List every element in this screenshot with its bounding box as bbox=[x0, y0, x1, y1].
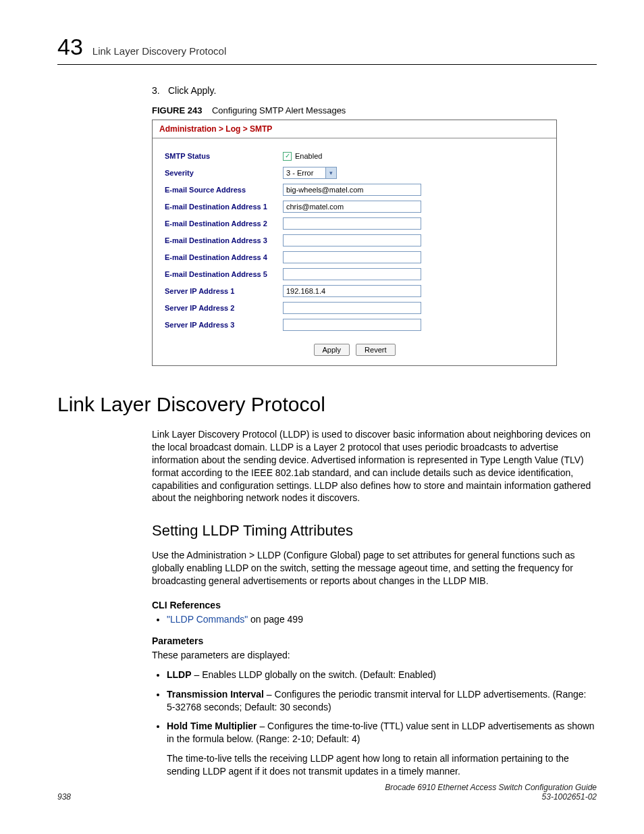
cli-reference-link[interactable]: "LLDP Commands" bbox=[167, 614, 248, 625]
breadcrumb: Administration > Log > SMTP bbox=[153, 120, 556, 138]
step-item: 3. Click Apply. bbox=[152, 85, 597, 96]
source-address-input[interactable]: big-wheels@matel.com bbox=[283, 184, 421, 196]
dest-address-2-input[interactable] bbox=[283, 217, 421, 230]
panel-body: SMTP Status ✓ Enabled Severity 3 - Error… bbox=[153, 138, 556, 365]
field-label: SMTP Status bbox=[165, 152, 283, 160]
footer-guide-name: Brocade 6910 Ethernet Access Switch Conf… bbox=[385, 783, 597, 792]
apply-button[interactable]: Apply bbox=[314, 344, 350, 356]
chapter-number: 43 bbox=[57, 34, 83, 60]
button-row: Apply Revert bbox=[165, 344, 544, 356]
param-hold-time-multiplier: Hold Time Multiplier – Configures the ti… bbox=[167, 720, 597, 746]
field-label: E-mail Source Address bbox=[165, 186, 283, 194]
field-smtp-status: SMTP Status ✓ Enabled bbox=[165, 148, 544, 164]
field-label: E-mail Destination Address 5 bbox=[165, 270, 283, 278]
header-title: Link Layer Discovery Protocol bbox=[92, 45, 226, 57]
figure-label: FIGURE 243 bbox=[152, 105, 202, 115]
section-title: Link Layer Discovery Protocol bbox=[57, 393, 597, 416]
subsection-intro: Use the Administration > LLDP (Configure… bbox=[152, 549, 597, 588]
field-label: Severity bbox=[165, 169, 283, 177]
field-dest-5: E-mail Destination Address 5 bbox=[165, 266, 544, 282]
field-label: E-mail Destination Address 4 bbox=[165, 253, 283, 261]
chevron-down-icon[interactable]: ▾ bbox=[325, 167, 336, 178]
severity-select[interactable]: 3 - Error ▾ bbox=[283, 167, 337, 179]
cli-references-heading: CLI References bbox=[152, 600, 597, 610]
page-header: 43 Link Layer Discovery Protocol bbox=[57, 34, 597, 60]
field-dest-2: E-mail Destination Address 2 bbox=[165, 215, 544, 232]
param-ttl-note: The time-to-live tells the receiving LLD… bbox=[167, 752, 597, 778]
parameters-heading: Parameters bbox=[152, 635, 597, 646]
param-desc: – Enables LLDP globally on the switch. (… bbox=[192, 669, 436, 680]
dest-address-5-input[interactable] bbox=[283, 268, 421, 280]
field-label: E-mail Destination Address 3 bbox=[165, 236, 283, 244]
param-name: Hold Time Multiplier bbox=[167, 721, 257, 731]
param-name: Transmission Interval bbox=[167, 689, 264, 700]
dest-address-3-input[interactable] bbox=[283, 234, 421, 246]
field-dest-4: E-mail Destination Address 4 bbox=[165, 249, 544, 265]
field-label: Server IP Address 3 bbox=[165, 321, 283, 329]
footer-doc-number: 53-1002651-02 bbox=[385, 792, 597, 802]
param-name: LLDP bbox=[167, 669, 192, 680]
step-number: 3. bbox=[152, 85, 168, 96]
server-ip-3-input[interactable] bbox=[283, 319, 421, 331]
section-intro: Link Layer Discovery Protocol (LLDP) is … bbox=[152, 428, 597, 504]
checkbox-enabled[interactable]: ✓ bbox=[283, 152, 292, 161]
figure-caption: FIGURE 243 Configuring SMTP Alert Messag… bbox=[152, 105, 597, 115]
field-label: E-mail Destination Address 1 bbox=[165, 203, 283, 211]
step-text: Click Apply. bbox=[168, 85, 216, 96]
header-rule bbox=[57, 64, 597, 65]
config-panel: Administration > Log > SMTP SMTP Status … bbox=[152, 120, 557, 366]
field-severity: Severity 3 - Error ▾ bbox=[165, 165, 544, 181]
param-lldp: LLDP – Enables LLDP globally on the swit… bbox=[167, 669, 597, 681]
field-label: Server IP Address 1 bbox=[165, 287, 283, 295]
server-ip-1-input[interactable]: 192.168.1.4 bbox=[283, 285, 421, 297]
field-label: E-mail Destination Address 2 bbox=[165, 219, 283, 228]
param-transmission-interval: Transmission Interval – Configures the p… bbox=[167, 688, 597, 714]
page-number: 938 bbox=[57, 792, 71, 802]
field-dest-1: E-mail Destination Address 1 chris@matel… bbox=[165, 199, 544, 215]
parameters-intro: These parameters are displayed: bbox=[152, 649, 597, 662]
field-dest-3: E-mail Destination Address 3 bbox=[165, 232, 544, 249]
field-ip-3: Server IP Address 3 bbox=[165, 317, 544, 333]
field-label: Server IP Address 2 bbox=[165, 304, 283, 312]
page-footer: 938 Brocade 6910 Ethernet Access Switch … bbox=[57, 783, 597, 802]
field-source-address: E-mail Source Address big-wheels@matel.c… bbox=[165, 182, 544, 198]
select-value: 3 - Error bbox=[286, 169, 313, 177]
field-ip-2: Server IP Address 2 bbox=[165, 300, 544, 316]
dest-address-1-input[interactable]: chris@matel.com bbox=[283, 201, 421, 213]
cli-reference-item: "LLDP Commands" on page 499 bbox=[167, 613, 597, 626]
figure-title: Configuring SMTP Alert Messages bbox=[212, 105, 346, 115]
revert-button[interactable]: Revert bbox=[356, 344, 395, 356]
checkbox-label: Enabled bbox=[295, 152, 322, 160]
subsection-title: Setting LLDP Timing Attributes bbox=[152, 522, 597, 540]
dest-address-4-input[interactable] bbox=[283, 251, 421, 263]
field-ip-1: Server IP Address 1 192.168.1.4 bbox=[165, 283, 544, 299]
cli-reference-tail: on page 499 bbox=[248, 614, 303, 625]
server-ip-2-input[interactable] bbox=[283, 302, 421, 314]
